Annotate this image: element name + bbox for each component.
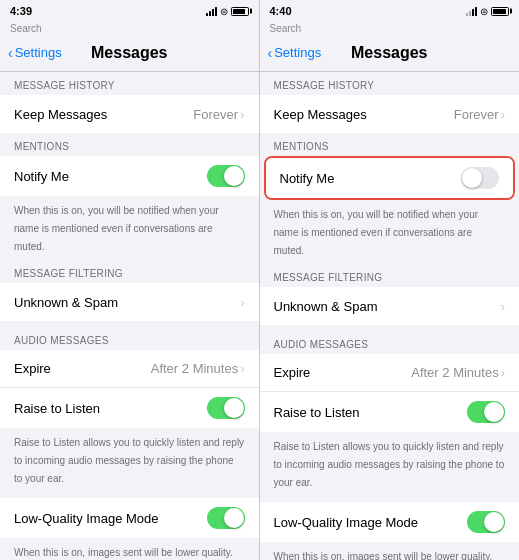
settings-group-history-left: Keep Messages Forever › <box>0 95 259 133</box>
lq-desc-block-right: When this is on, images sent will be low… <box>260 542 520 560</box>
status-bar-right: 4:40 ⊜ <box>260 0 520 20</box>
expire-value-right: After 2 Minutes › <box>411 365 505 380</box>
raise-listen-row-right[interactable]: Raise to Listen <box>260 392 520 432</box>
battery-icon-right <box>491 7 509 16</box>
back-label-right: Settings <box>274 45 321 60</box>
low-quality-label-left: Low-Quality Image Mode <box>14 511 159 526</box>
section-header-filtering-left: MESSAGE FILTERING <box>0 260 259 283</box>
nav-bar-right: ‹ Settings Messages <box>260 36 520 72</box>
raise-listen-row-left[interactable]: Raise to Listen <box>0 388 259 428</box>
status-bar-left: 4:39 ⊜ <box>0 0 259 20</box>
status-time-right: 4:40 <box>270 5 292 17</box>
back-chevron-left: ‹ <box>8 45 13 61</box>
notify-me-desc-right: When this is on, you will be notified wh… <box>274 209 479 256</box>
notify-me-highlight-border: Notify Me <box>264 156 516 200</box>
expire-label-right: Expire <box>274 365 311 380</box>
keep-messages-value-right: Forever › <box>454 107 505 122</box>
search-area-left: Search <box>0 20 259 36</box>
lq-knob-left <box>224 508 244 528</box>
screen-left: 4:39 ⊜ Search ‹ Settings Messages MESSAG… <box>0 0 260 560</box>
settings-group-mentions-left: Notify Me <box>0 156 259 196</box>
notify-me-toggle-left[interactable] <box>207 165 245 187</box>
raise-desc-left: Raise to Listen allows you to quickly li… <box>14 437 244 484</box>
notify-me-row-right[interactable]: Notify Me <box>266 158 514 198</box>
nav-bar-left: ‹ Settings Messages <box>0 36 259 72</box>
settings-group-mentions-right: Notify Me <box>266 158 514 198</box>
low-quality-toggle-left[interactable] <box>207 507 245 529</box>
low-quality-row-right[interactable]: Low-Quality Image Mode <box>260 502 520 542</box>
screen-right: 4:40 ⊜ Search ‹ Settings Messages MESSAG… <box>260 0 520 560</box>
back-label-left: Settings <box>15 45 62 60</box>
content-left: MESSAGE HISTORY Keep Messages Forever › … <box>0 72 259 560</box>
notify-me-label-left: Notify Me <box>14 169 69 184</box>
raise-knob-right <box>484 402 504 422</box>
raise-listen-label-left: Raise to Listen <box>14 401 100 416</box>
lq-desc-left: When this is on, images sent will be low… <box>14 547 233 558</box>
back-button-right[interactable]: ‹ Settings <box>268 45 322 61</box>
section-header-audio-left: AUDIO MESSAGES <box>0 327 259 350</box>
raise-listen-toggle-left[interactable] <box>207 397 245 419</box>
keep-messages-chevron-left: › <box>240 107 244 122</box>
section-header-filtering-right: MESSAGE FILTERING <box>260 264 520 287</box>
expire-chevron-left: › <box>240 361 244 376</box>
unknown-spam-chevron-right: › <box>501 299 505 314</box>
search-label-right: Search <box>270 23 302 34</box>
battery-icon-left <box>231 7 249 16</box>
lq-desc-block-left: When this is on, images sent will be low… <box>0 538 259 560</box>
notify-me-label-right: Notify Me <box>280 171 335 186</box>
raise-desc-right: Raise to Listen allows you to quickly li… <box>274 441 505 488</box>
keep-messages-row-left[interactable]: Keep Messages Forever › <box>0 95 259 133</box>
low-quality-toggle-right[interactable] <box>467 511 505 533</box>
keep-messages-chevron-right: › <box>501 107 505 122</box>
wifi-icon-right: ⊜ <box>480 6 488 17</box>
settings-group-lowquality-right: Low-Quality Image Mode <box>260 502 520 542</box>
back-button-left[interactable]: ‹ Settings <box>8 45 62 61</box>
expire-chevron-right: › <box>501 365 505 380</box>
notify-me-desc-block-right: When this is on, you will be notified wh… <box>260 200 520 264</box>
unknown-spam-label-right: Unknown & Spam <box>274 299 378 314</box>
notify-me-row-left[interactable]: Notify Me <box>0 156 259 196</box>
settings-group-lowquality-left: Low-Quality Image Mode <box>0 498 259 538</box>
toggle-knob-right <box>462 168 482 188</box>
keep-messages-value-left: Forever › <box>193 107 244 122</box>
expire-label-left: Expire <box>14 361 51 376</box>
nav-title-right: Messages <box>351 44 428 62</box>
settings-group-filtering-right: Unknown & Spam › <box>260 287 520 325</box>
wifi-icon-left: ⊜ <box>220 6 228 17</box>
keep-messages-row-right[interactable]: Keep Messages Forever › <box>260 95 520 133</box>
section-header-audio-right: AUDIO MESSAGES <box>260 331 520 354</box>
content-right: MESSAGE HISTORY Keep Messages Forever › … <box>260 72 520 560</box>
settings-group-audio-left: Expire After 2 Minutes › Raise to Listen <box>0 350 259 428</box>
unknown-spam-label-left: Unknown & Spam <box>14 295 118 310</box>
unknown-spam-row-left[interactable]: Unknown & Spam › <box>0 283 259 321</box>
keep-messages-label-right: Keep Messages <box>274 107 367 122</box>
section-header-history-right: MESSAGE HISTORY <box>260 72 520 95</box>
nav-title-left: Messages <box>91 44 168 62</box>
settings-group-history-right: Keep Messages Forever › <box>260 95 520 133</box>
unknown-spam-chevron-left: › <box>240 295 244 310</box>
status-time-left: 4:39 <box>10 5 32 17</box>
toggle-knob-left <box>224 166 244 186</box>
unknown-spam-row-right[interactable]: Unknown & Spam › <box>260 287 520 325</box>
search-area-right: Search <box>260 20 520 36</box>
notify-me-toggle-right[interactable] <box>461 167 499 189</box>
settings-group-filtering-left: Unknown & Spam › <box>0 283 259 321</box>
expire-row-left[interactable]: Expire After 2 Minutes › <box>0 350 259 388</box>
status-icons-right: ⊜ <box>466 6 509 17</box>
raise-listen-label-right: Raise to Listen <box>274 405 360 420</box>
expire-row-right[interactable]: Expire After 2 Minutes › <box>260 354 520 392</box>
lq-knob-right <box>484 512 504 532</box>
signal-icon-right <box>466 6 477 16</box>
low-quality-label-right: Low-Quality Image Mode <box>274 515 419 530</box>
back-chevron-right: ‹ <box>268 45 273 61</box>
keep-messages-label-left: Keep Messages <box>14 107 107 122</box>
search-label-left: Search <box>10 23 42 34</box>
raise-desc-block-right: Raise to Listen allows you to quickly li… <box>260 432 520 496</box>
status-icons-left: ⊜ <box>206 6 249 17</box>
section-header-mentions-right: MENTIONS <box>260 133 520 156</box>
lq-desc-right: When this is on, images sent will be low… <box>274 551 493 560</box>
raise-listen-toggle-right[interactable] <box>467 401 505 423</box>
signal-icon-left <box>206 6 217 16</box>
section-header-history-left: MESSAGE HISTORY <box>0 72 259 95</box>
low-quality-row-left[interactable]: Low-Quality Image Mode <box>0 498 259 538</box>
